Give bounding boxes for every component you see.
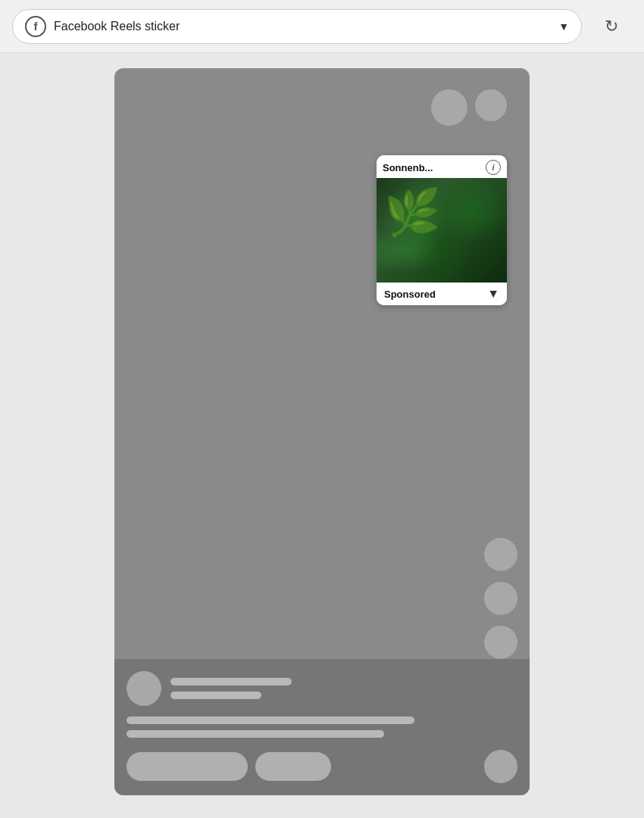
user-subtitle-bar — [170, 692, 261, 699]
user-row — [127, 671, 517, 706]
bottom-action-circle[interactable] — [484, 750, 517, 783]
caption-line-2 — [127, 730, 384, 738]
avatar-circle-1 — [431, 89, 467, 126]
phone-mockup: Sonnenb... i Sponsored ▼ — [114, 68, 530, 795]
ad-sticker-title: Sonnenb... — [383, 162, 433, 173]
user-text — [170, 678, 292, 699]
cta-button-2[interactable] — [255, 752, 331, 781]
action-circle-3[interactable] — [484, 626, 517, 659]
ad-sticker-header: Sonnenb... i — [377, 155, 507, 178]
chevron-down-icon: ▼ — [558, 20, 569, 33]
ad-image — [377, 178, 507, 283]
top-bar: f Facebook Reels sticker ▼ ↻ — [0, 0, 644, 53]
cta-button-1[interactable] — [127, 752, 248, 781]
action-circle-1[interactable] — [484, 538, 517, 571]
refresh-button[interactable]: ↻ — [591, 6, 632, 47]
user-avatar — [127, 671, 161, 706]
bottom-section — [114, 659, 530, 795]
avatar-circle-2 — [475, 89, 507, 121]
username-bar — [170, 678, 292, 685]
action-circle-2[interactable] — [484, 582, 517, 615]
info-icon[interactable]: i — [486, 160, 501, 175]
sponsored-label: Sponsored — [384, 289, 436, 300]
preview-area: Sonnenb... i Sponsored ▼ — [0, 53, 644, 810]
ad-sticker-footer: Sponsored ▼ — [377, 283, 507, 305]
top-circles — [431, 89, 507, 126]
selector-label: Facebook Reels sticker — [54, 20, 551, 33]
caption-line-1 — [127, 717, 414, 724]
facebook-icon: f — [25, 16, 46, 37]
bottom-buttons-row — [127, 750, 517, 783]
chevron-down-ad-icon[interactable]: ▼ — [487, 287, 499, 301]
ad-sticker[interactable]: Sonnenb... i Sponsored ▼ — [377, 155, 507, 305]
right-action-buttons — [484, 538, 517, 659]
platform-selector[interactable]: f Facebook Reels sticker ▼ — [12, 9, 582, 44]
refresh-icon: ↻ — [605, 17, 618, 36]
caption-bars — [127, 717, 517, 738]
